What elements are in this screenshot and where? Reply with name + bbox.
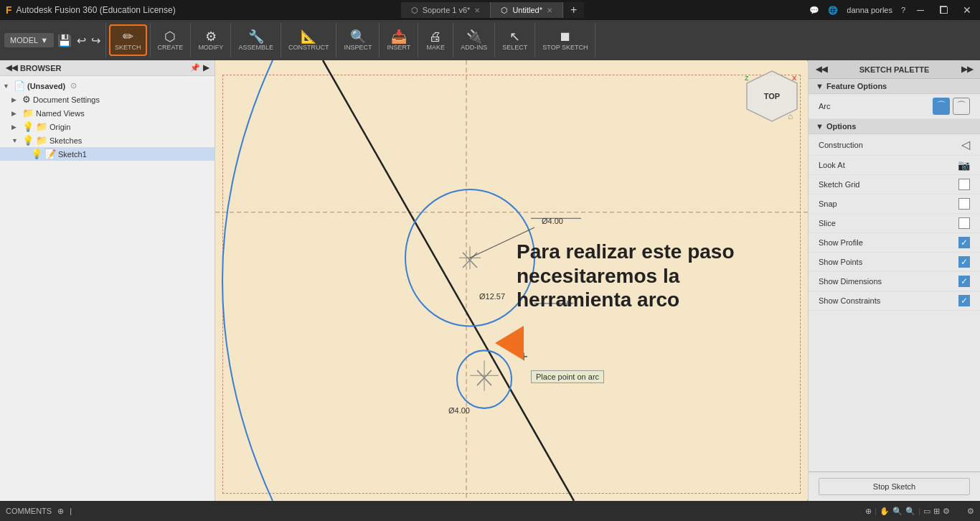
sketch-label: SKETCH [115, 44, 141, 51]
palette-collapse-icon[interactable]: ◀◀ [816, 65, 827, 74]
tree-item-doc-settings[interactable]: ▶ ⚙ Document Settings [0, 93, 215, 106]
canvas-area[interactable]: Ø12.57 Ø4.00 Ø4.00 Para realizar este pa… [215, 60, 808, 501]
close-button[interactable]: ✕ [960, 4, 974, 16]
make-button[interactable]: 🖨 MAKE [421, 24, 450, 56]
feature-options-label: Feature Options [826, 82, 887, 90]
sketch-grid-checkbox[interactable] [958, 179, 970, 190]
arc-label: Arc [819, 102, 933, 111]
tab-untitled-icon: ⬡ [501, 6, 508, 15]
restore-button[interactable]: ⧠ [936, 4, 951, 16]
tree-item-named-views[interactable]: ▶ 📁 Named Views [0, 106, 215, 120]
tree-icon-doc: ⚙ [22, 94, 31, 105]
model-dropdown[interactable]: MODEL ▼ [4, 33, 54, 47]
insert-button[interactable]: 📥 INSERT [382, 24, 415, 56]
tree-icon-sketch1-doc: 📝 [44, 149, 56, 159]
settings-icon[interactable]: ⚙ [943, 507, 950, 516]
modify-group: ⚙ MODIFY [194, 23, 231, 57]
show-dimensions-checkbox[interactable]: ✓ [958, 276, 970, 287]
zoom-fit-icon[interactable]: 🔍 [905, 507, 915, 516]
construction-icon[interactable]: ◁ [961, 138, 970, 151]
canvas-tooltip: Place point on arc [531, 370, 604, 383]
browser-collapse-icon[interactable]: ◀◀ [6, 63, 17, 72]
tooltip-text: Place point on arc [536, 372, 599, 381]
stop-sketch-button[interactable]: Stop Sketch [819, 478, 970, 495]
sketch-palette: ◀◀ SKETCH PALETTE ▶▶ ▼ Feature Options A… [808, 60, 980, 501]
inspect-button[interactable]: 🔍 INSPECT [339, 24, 376, 56]
slice-label: Slice [819, 219, 958, 227]
annotation-text: Para realizar este paso necesitaremos la… [517, 240, 789, 312]
look-at-icon[interactable]: 📷 [958, 159, 970, 171]
statusbar: COMMENTS ⊕ | ⊕ | ✋ 🔍 🔍 | ▭ ⊞ ⚙ ⚙ [0, 501, 980, 521]
tree-arrow-origin: ▶ [11, 123, 20, 131]
select-group: ↖ SELECT [498, 23, 535, 57]
tree-icon-origin-folder: 📁 [36, 121, 47, 132]
sketch-grid-row: Sketch Grid [809, 175, 980, 194]
tree-item-sketch1[interactable]: 💡 📝 Sketch1 [0, 147, 215, 161]
tree-item-origin[interactable]: ▶ 💡 📁 Origin [0, 120, 215, 133]
settings-gear-icon[interactable]: ⚙ [967, 507, 974, 516]
save-button[interactable]: 💾 [55, 32, 74, 49]
options-arrow[interactable]: ▼ [816, 122, 824, 131]
tree-settings-icon: ⊙ [70, 81, 77, 90]
undo-redo-group: 💾 ↩ ↪ [55, 23, 106, 57]
construct-group: 📐 CONSTRUCT [284, 23, 337, 57]
make-icon: 🖨 [429, 30, 442, 43]
undo-button[interactable]: ↩ [75, 32, 88, 49]
new-tab-button[interactable]: + [566, 2, 581, 18]
show-points-checkbox[interactable]: ✓ [958, 256, 970, 268]
select-button[interactable]: ↖ SELECT [498, 24, 532, 56]
snap-checkbox[interactable] [958, 198, 970, 210]
arc-options: ⌒ ⌒ [933, 98, 970, 115]
arc-icon-center[interactable]: ⌒ [953, 98, 970, 115]
tab-soporte-close[interactable]: ✕ [474, 6, 480, 14]
slice-checkbox[interactable] [958, 217, 970, 229]
tree-icon-sketches-folder: 📁 [36, 135, 47, 146]
statusbar-right: ⊕ | ✋ 🔍 🔍 | ▭ ⊞ ⚙ ⚙ [865, 507, 974, 516]
options-label: Options [826, 122, 857, 131]
arc-icon-3pt[interactable]: ⌒ [933, 98, 950, 115]
nav-icon-origin[interactable]: ⊕ [865, 507, 872, 516]
tab-untitled-close[interactable]: ✕ [547, 6, 552, 14]
stop-sketch-toolbar-button[interactable]: ⏹ STOP SKETCH [538, 24, 592, 56]
assemble-button[interactable]: 🔧 ASSEMBLE [234, 24, 278, 56]
zoom-orbit-icon[interactable]: 🔍 [892, 507, 903, 516]
model-label: MODEL [10, 36, 38, 44]
tree-item-sketches[interactable]: ▼ 💡 📁 Sketches [0, 133, 215, 147]
globe-icon[interactable]: 🌐 [828, 6, 838, 15]
help-icon[interactable]: ? [901, 6, 905, 14]
options-header: ▼ Options [809, 119, 980, 134]
chat-icon[interactable]: 💬 [809, 6, 819, 15]
view-cube[interactable]: TOP X Z ⌂ [743, 67, 801, 125]
palette-expand-icon[interactable]: ▶▶ [961, 65, 973, 74]
show-dimensions-row: Show Dimensions ✓ [809, 272, 980, 291]
sketch-button[interactable]: ✏ SKETCH [109, 24, 147, 56]
tree-item-root[interactable]: ▼ 📄 (Unsaved) ⊙ [0, 79, 215, 93]
addins-button[interactable]: 🔌 ADD-INS [456, 24, 491, 56]
grid-icon[interactable]: ⊞ [933, 507, 940, 516]
tab-soporte-label: Soporte 1 v6* [423, 6, 471, 14]
feature-options-arrow[interactable]: ▼ [816, 82, 824, 90]
tree-label-root: (Unsaved) [27, 82, 65, 90]
sketch-icon: ✏ [123, 30, 133, 43]
add-comment-icon[interactable]: ⊕ [57, 507, 64, 516]
tree-arrow-root: ▼ [3, 83, 11, 90]
annotation-line3: herramienta arco [517, 288, 679, 311]
tab-soporte-icon: ⬡ [411, 6, 418, 15]
redo-button[interactable]: ↪ [89, 32, 103, 49]
show-profile-checkbox[interactable]: ✓ [958, 237, 970, 248]
construct-icon: 📐 [301, 30, 316, 43]
show-constraints-row: Show Constraints ✓ [809, 291, 980, 311]
tree-arrow-named: ▶ [11, 110, 20, 117]
browser-pin-icon[interactable]: 📌 [190, 63, 200, 72]
browser-expand-icon[interactable]: ▶ [203, 63, 209, 72]
model-arrow: ▼ [40, 36, 48, 44]
modify-button[interactable]: ⚙ MODIFY [194, 24, 227, 56]
pan-icon[interactable]: ✋ [880, 507, 890, 516]
display-mode-icon[interactable]: ▭ [923, 507, 930, 516]
tab-untitled[interactable]: ⬡ Untitled* ✕ [491, 2, 563, 18]
minimize-button[interactable]: ─ [914, 4, 927, 16]
construct-button[interactable]: 📐 CONSTRUCT [284, 24, 334, 56]
create-button[interactable]: ⬡ CREATE [154, 24, 188, 56]
tab-soporte[interactable]: ⬡ Soporte 1 v6* ✕ [401, 2, 491, 18]
show-constraints-checkbox[interactable]: ✓ [958, 295, 970, 306]
